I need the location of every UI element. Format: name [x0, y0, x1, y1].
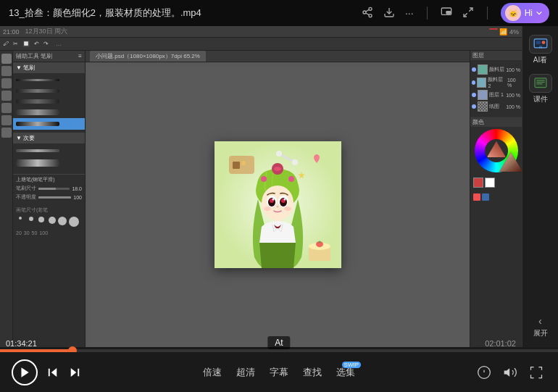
hd-label: 超清	[236, 366, 255, 379]
hd-button[interactable]: 超清	[236, 366, 255, 379]
subtitle-button[interactable]: 字幕	[270, 366, 288, 379]
center-controls: 倍速 超清 字幕 查找 SWIP 选集	[84, 366, 474, 379]
courseware-label: 课件	[533, 95, 548, 103]
csp-screen: 21:00 12月30日 周六 📶 4% 🖊 ✂ 🔲 ↶ ↷ …	[0, 26, 522, 347]
artwork-canvas	[215, 141, 341, 268]
tool-panel-header: 辅助工具 笔刷 ≡	[13, 51, 85, 62]
title-bar: 13_拾叁：颜色细化2，服装材质的处理。.mp4 ···	[0, 0, 558, 26]
find-label: 查找	[303, 366, 322, 379]
svg-point-24	[261, 176, 267, 182]
svg-point-26	[262, 185, 293, 220]
svg-line-8	[469, 8, 472, 12]
canvas-tab: 小问题.psd（1080×1080px）7dpi 65.2%	[86, 51, 470, 62]
ai-look-button[interactable]: AI AI看	[525, 32, 556, 67]
svg-line-9	[464, 13, 467, 17]
color-section-title: 颜色	[470, 117, 522, 127]
fullscreen-icon[interactable]	[462, 7, 474, 20]
episode-list-button[interactable]	[474, 362, 494, 383]
video-area: 21:00 12月30日 周六 📶 4% 🖊 ✂ 🔲 ↶ ↷ …	[0, 26, 522, 347]
find-button[interactable]: 查找	[303, 366, 322, 379]
speed-button[interactable]: 倍速	[203, 366, 222, 379]
right-controls	[474, 362, 546, 383]
brush-item-7[interactable]	[13, 157, 85, 170]
svg-marker-55	[21, 367, 28, 378]
brush-item-1[interactable]	[13, 75, 85, 86]
tool-panel: 辅助工具 笔刷 ≡ ▼ 笔刷	[13, 51, 86, 347]
csp-main: 辅助工具 笔刷 ≡ ▼ 笔刷	[0, 51, 522, 347]
expand-label: 展开	[533, 328, 548, 338]
svg-line-4	[366, 9, 370, 12]
svg-point-36	[264, 207, 271, 211]
share-icon[interactable]	[362, 7, 373, 20]
layer-item-1[interactable]: 颜料层 100 %	[472, 64, 520, 75]
layer-item-4[interactable]: 纸图 100 %	[472, 101, 520, 112]
svg-rect-51	[535, 78, 546, 88]
svg-point-23	[274, 167, 281, 171]
user-badge[interactable]: 🐱 Hi	[501, 3, 549, 23]
subtitle-text: At	[275, 338, 283, 348]
svg-point-35	[276, 206, 278, 208]
svg-point-33	[272, 199, 274, 201]
svg-marker-56	[51, 368, 57, 377]
layer-item-3[interactable]: 图层 1 100 %	[472, 89, 520, 101]
volume-button[interactable]	[500, 362, 520, 383]
svg-point-18	[276, 151, 282, 157]
svg-marker-63	[504, 368, 510, 377]
right-ai-panel: AI AI看 课件 › 展开	[522, 26, 558, 347]
brush-item-3[interactable]	[13, 96, 85, 107]
brush-item-2[interactable]	[13, 86, 85, 96]
layer-item-2[interactable]: 颜料层 2 100 %	[472, 75, 520, 89]
ai-look-label: AI看	[533, 56, 547, 64]
collection-button[interactable]: SWIP 选集	[336, 366, 355, 379]
svg-point-49	[541, 41, 545, 44]
title-icons: ··· 🐱 Hi	[362, 3, 549, 23]
user-name: Hi	[525, 8, 533, 18]
expand-icon: ›	[538, 315, 542, 327]
svg-point-25	[288, 176, 294, 182]
brush-item-6[interactable]	[13, 145, 85, 157]
more-icon[interactable]: ···	[405, 7, 414, 19]
svg-point-1	[363, 11, 366, 14]
svg-point-11	[496, 28, 497, 30]
bottom-controls: 倍速 超清 字幕 查找 SWIP 选集	[0, 352, 558, 392]
pip-icon[interactable]	[441, 7, 452, 20]
svg-text:AI: AI	[538, 46, 542, 49]
csp-right-panel: 图层 颜料层 100 % 颜料层 2 100 %	[470, 51, 522, 347]
ai-look-icon: AI	[529, 35, 552, 54]
canvas-workspace	[86, 62, 470, 347]
svg-point-16	[241, 161, 246, 165]
speed-label: 倍速	[203, 366, 222, 379]
csp-menubar: 21:00 12月30日 周六 📶 4%	[0, 26, 522, 38]
canvas-tab-active[interactable]: 小问题.psd（1080×1080px）7dpi 65.2%	[90, 51, 206, 62]
brush-item-4[interactable]	[13, 107, 85, 118]
left-controls	[12, 359, 84, 385]
svg-line-3	[366, 13, 370, 15]
fullscreen-button[interactable]	[526, 362, 546, 383]
svg-point-0	[369, 7, 372, 10]
title-divider	[427, 7, 428, 20]
svg-point-34	[283, 199, 286, 201]
avatar: 🐱	[505, 5, 521, 21]
svg-rect-15	[233, 162, 240, 169]
download-icon[interactable]	[383, 7, 395, 20]
courseware-icon	[529, 74, 552, 93]
subtitle-area: At	[267, 336, 290, 349]
total-time: 02:01:02	[485, 339, 516, 348]
title-divider-2	[487, 7, 488, 20]
svg-marker-58	[71, 368, 77, 377]
title-text: 13_拾叁：颜色细化2，服装材质的处理。.mp4	[9, 7, 362, 20]
svg-point-37	[284, 207, 291, 211]
swip-badge: SWIP	[342, 362, 361, 368]
canvas-area: 小问题.psd（1080×1080px）7dpi 65.2%	[86, 51, 470, 347]
layers-section-title: 图层	[470, 51, 522, 60]
svg-point-19	[292, 159, 298, 165]
expand-button[interactable]: › 展开	[530, 312, 551, 341]
current-time: 01:34:21	[6, 339, 37, 348]
courseware-button[interactable]: 课件	[525, 71, 556, 106]
left-toolbar	[0, 51, 13, 347]
brush-item-5-selected[interactable]	[13, 118, 85, 130]
skip-back-button[interactable]	[43, 363, 62, 382]
csp-toolbar: 🖊 ✂ 🔲 ↶ ↷ …	[0, 38, 522, 51]
play-button[interactable]	[12, 359, 38, 385]
skip-forward-button[interactable]	[65, 363, 84, 382]
